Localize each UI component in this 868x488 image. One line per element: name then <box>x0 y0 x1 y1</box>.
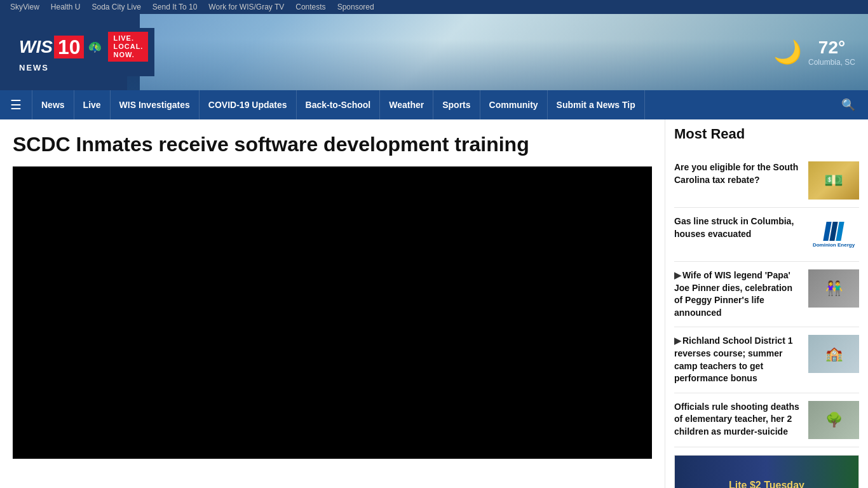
thumb-couple-image: 👫 <box>808 269 859 308</box>
page-content: SCDC Inmates receive software developmen… <box>0 119 868 488</box>
nav-links: News Live WIS Investigates COVID-19 Upda… <box>32 90 835 119</box>
header-banner: WIS 10 🦚 LIVE. LOCAL. NOW. NEWS 🌙 72° Co… <box>0 14 868 90</box>
play-icon: ▶ <box>674 270 681 280</box>
utility-link-skyview[interactable]: SkyView <box>10 3 39 11</box>
most-read-thumb: 🏫 <box>808 335 859 373</box>
search-icon[interactable]: 🔍 <box>835 95 862 114</box>
article-title: SCDC Inmates receive software developmen… <box>13 132 652 156</box>
weather-info: 72° Columbia, SC <box>808 37 855 67</box>
weather-temperature: 72° <box>808 37 855 58</box>
nav-link-sports[interactable]: Sports <box>433 90 480 119</box>
main-nav: ☰ News Live WIS Investigates COVID-19 Up… <box>0 90 868 119</box>
logo-news-text: NEWS <box>19 63 148 72</box>
nav-link-wis-investigates[interactable]: WIS Investigates <box>111 90 200 119</box>
most-read-item-text: ▶Wife of WIS legend 'Papa' Joe Pinner di… <box>674 269 802 319</box>
nav-link-covid[interactable]: COVID-19 Updates <box>200 90 297 119</box>
weather-widget[interactable]: 🌙 72° Columbia, SC <box>773 37 855 67</box>
nav-link-back-to-school[interactable]: Back-to-School <box>297 90 381 119</box>
most-read-thumb: 🌳 <box>808 401 859 439</box>
most-read-item[interactable]: ▶Wife of WIS legend 'Papa' Joe Pinner di… <box>674 262 859 327</box>
most-read-thumb: Dominion Energy <box>808 215 859 254</box>
most-read-title: Most Read <box>674 126 859 146</box>
most-read-item[interactable]: Are you eligible for the South Carolina … <box>674 154 859 208</box>
most-read-item[interactable]: Officials rule shooting deaths of elemen… <box>674 393 859 447</box>
nav-link-news[interactable]: News <box>32 90 74 119</box>
nav-link-live[interactable]: Live <box>74 90 111 119</box>
logo-wis-text: WIS <box>19 38 53 56</box>
site-logo[interactable]: WIS 10 🦚 LIVE. LOCAL. NOW. NEWS <box>13 28 154 77</box>
logo-number: 10 <box>54 36 85 58</box>
nav-link-submit-tip[interactable]: Submit a News Tip <box>548 90 645 119</box>
most-read-item-text: Are you eligible for the South Carolina … <box>674 161 802 186</box>
thumb-money-icon: 💵 <box>808 161 859 200</box>
utility-link-sodacity[interactable]: Soda City Live <box>92 3 140 11</box>
utility-link-contests[interactable]: Contests <box>295 3 325 11</box>
thumb-school-image: 🏫 <box>808 335 859 373</box>
main-article: SCDC Inmates receive software developmen… <box>0 119 665 488</box>
most-read-thumb: 💵 <box>808 161 859 200</box>
play-icon: ▶ <box>674 336 681 346</box>
logo-area: WIS 10 🦚 LIVE. LOCAL. NOW. NEWS <box>0 22 167 83</box>
sidebar-ad[interactable]: Lite $2 Tuesday TUESDAY, SEPTEMBER 6 | 7… <box>674 455 859 488</box>
sidebar: Most Read Are you eligible for the South… <box>665 119 868 488</box>
utility-bar: SkyView Health U Soda City Live Send It … <box>0 0 868 14</box>
thumb-dominion-logo: Dominion Energy <box>808 215 859 254</box>
weather-icon: 🌙 <box>773 39 802 65</box>
video-player[interactable] <box>13 166 652 459</box>
nav-link-community[interactable]: Community <box>480 90 548 119</box>
utility-link-workfor[interactable]: Work for WIS/Gray TV <box>208 3 284 11</box>
most-read-item[interactable]: Gas line struck in Columbia, houses evac… <box>674 208 859 262</box>
most-read-item-text: Gas line struck in Columbia, houses evac… <box>674 215 802 240</box>
utility-link-healthu[interactable]: Health U <box>51 3 81 11</box>
utility-link-sponsored[interactable]: Sponsored <box>337 3 374 11</box>
thumb-shooting-image: 🌳 <box>808 401 859 439</box>
most-read-item[interactable]: ▶Richland School District 1 reverses cou… <box>674 327 859 393</box>
most-read-thumb: 👫 <box>808 269 859 308</box>
most-read-item-text: Officials rule shooting deaths of elemen… <box>674 401 802 438</box>
sidebar-ad-content: Lite $2 Tuesday TUESDAY, SEPTEMBER 6 | 7… <box>710 475 824 488</box>
logo-tagline: LIVE. LOCAL. NOW. <box>108 32 148 62</box>
most-read-item-text: ▶Richland School District 1 reverses cou… <box>674 335 802 384</box>
weather-location: Columbia, SC <box>808 58 855 67</box>
hamburger-menu-button[interactable]: ☰ <box>6 95 25 115</box>
nbc-peacock-icon: 🦚 <box>88 40 102 54</box>
ad-headline: Lite $2 Tuesday <box>715 480 818 488</box>
nav-link-weather[interactable]: Weather <box>380 90 433 119</box>
utility-link-sendit[interactable]: Send It To 10 <box>153 3 198 11</box>
